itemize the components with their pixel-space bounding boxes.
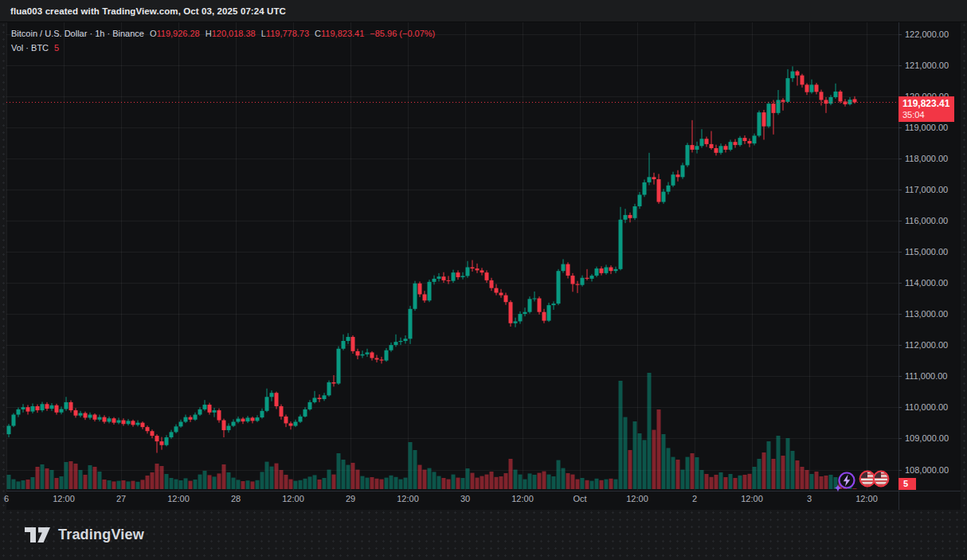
candle-up — [533, 292, 537, 301]
volume-bar — [643, 440, 647, 489]
candle-down — [284, 415, 288, 428]
volume-bar — [547, 475, 551, 489]
price-axis-label: 115,000.00 — [905, 247, 957, 257]
candle-down — [241, 417, 245, 425]
candle-down — [370, 351, 374, 361]
volume-bar — [710, 477, 714, 489]
volume-bar — [194, 480, 198, 489]
volume-bar — [418, 465, 422, 489]
volume-bar — [566, 473, 570, 489]
candle-up — [108, 417, 112, 424]
volume-bar — [801, 467, 805, 489]
candle-up — [681, 163, 685, 178]
volume-bar — [217, 473, 221, 489]
grid-layer — [6, 22, 898, 491]
chart-panel: Bitcoin / U.S. Dollar · 1h · Binance O11… — [6, 22, 961, 510]
candle-down — [652, 173, 656, 185]
candle-down — [318, 394, 322, 402]
volume-bar — [824, 476, 828, 489]
volume-bar — [189, 481, 193, 489]
volume-bar — [705, 474, 709, 489]
volume-bar — [758, 459, 761, 489]
ohlc-value: 119,823.41 — [321, 29, 364, 38]
volume-bar — [232, 478, 236, 489]
candle-down — [801, 74, 805, 88]
volume-bar — [294, 481, 298, 489]
volume-bar — [476, 478, 480, 489]
time-axis-label: Oct — [561, 494, 599, 503]
candle-up — [738, 136, 742, 147]
candle-down — [734, 139, 738, 148]
candle-down — [538, 296, 542, 315]
volume-bar — [342, 460, 346, 489]
volume-bar — [442, 478, 446, 489]
candle-up — [136, 421, 140, 427]
volume-bar — [361, 476, 365, 489]
volume-bar — [323, 478, 327, 489]
time-axis-label: 12:00 — [848, 494, 886, 503]
volume-bar — [447, 480, 451, 489]
volume-bar — [31, 477, 35, 489]
symbol-title[interactable]: Bitcoin / U.S. Dollar · 1h · Binance — [11, 28, 144, 39]
volume-indicator-title[interactable]: Vol · BTC — [11, 42, 49, 53]
volume-bar — [490, 472, 494, 489]
candle-up — [461, 272, 465, 280]
volume-bar — [170, 478, 174, 489]
volume-bar — [796, 460, 800, 489]
candle-down — [69, 401, 73, 413]
candle-down — [26, 405, 30, 414]
candle-up — [98, 415, 102, 422]
candle-down — [476, 264, 480, 273]
candle-up — [299, 415, 303, 424]
candle-down — [571, 273, 575, 292]
candle-down — [600, 266, 604, 275]
tradingview-logo[interactable]: TradingView — [24, 527, 144, 544]
candle-up — [834, 84, 838, 99]
us-flag-event-icon[interactable] — [860, 472, 875, 487]
candle-up — [198, 407, 202, 416]
volume-bar — [633, 421, 637, 489]
volume-bar — [409, 442, 413, 489]
volume-bar — [791, 451, 795, 489]
candle-up — [581, 276, 585, 287]
candle-up — [31, 403, 35, 413]
candle-up — [88, 413, 92, 420]
candle-up — [595, 267, 599, 277]
volume-bar — [380, 480, 384, 489]
time-axis-label: 2 — [675, 494, 714, 503]
candle-down — [480, 268, 484, 275]
volume-bar — [714, 475, 718, 489]
candle-down — [772, 100, 776, 134]
candle-up — [667, 182, 671, 195]
volume-bar — [79, 470, 83, 489]
volume-bar — [394, 477, 398, 489]
volume-bar — [734, 478, 738, 489]
candle-up — [466, 261, 470, 278]
candle-down — [122, 418, 126, 425]
volume-bar — [456, 478, 460, 489]
candle-up — [17, 408, 21, 417]
price-axis-label: 112,000.00 — [905, 340, 957, 350]
us-flag-event-icon[interactable] — [874, 472, 889, 487]
volume-bar — [108, 480, 112, 489]
candle-up — [605, 264, 609, 274]
candle-down — [208, 403, 212, 415]
candle-down — [112, 417, 116, 425]
candle-down — [495, 284, 499, 296]
volume-bar — [628, 450, 632, 489]
candle-down — [743, 135, 747, 144]
candle-down — [762, 110, 766, 139]
candle-down — [222, 419, 226, 437]
chart-canvas[interactable] — [6, 22, 961, 510]
candle-down — [36, 405, 40, 413]
lightning-event-icon[interactable] — [840, 473, 855, 488]
candle-up — [848, 97, 852, 106]
volume-bar — [284, 475, 288, 489]
volume-bar — [590, 481, 594, 489]
volume-bar — [542, 472, 546, 489]
candle-up — [12, 413, 16, 428]
candle-up — [385, 348, 389, 362]
volume-bar — [26, 480, 30, 489]
candle-down — [74, 408, 78, 417]
legend-row-volume: Vol · BTC 5 — [11, 42, 435, 53]
